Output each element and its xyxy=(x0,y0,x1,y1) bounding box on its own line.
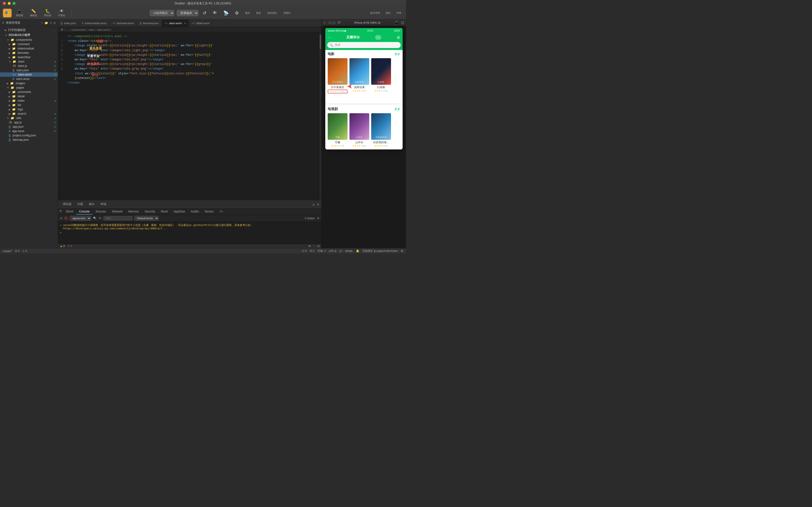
sidebar-item-itemview[interactable]: ▶ 📁 itemview xyxy=(0,51,58,55)
sidebar-item-utils[interactable]: ▼ 📁 utils ● xyxy=(0,116,58,120)
tab-indexmodule-wxss[interactable]: # indexmodule.wxss xyxy=(79,19,109,27)
remote-debug-button[interactable]: 📡 xyxy=(221,10,231,16)
devtools-tab-security[interactable]: Security xyxy=(142,209,158,215)
mode-selector[interactable]: 小程序模式 xyxy=(150,10,174,16)
tab-detail-wxml[interactable]: <> detail.wxml xyxy=(189,19,212,27)
clean-button[interactable]: 清缓存 xyxy=(281,11,292,15)
status-bell-icon[interactable]: 🔔 xyxy=(356,249,359,252)
devtools-tab-more[interactable]: >> xyxy=(217,209,226,215)
devtools-close-icon[interactable]: ✕ xyxy=(317,203,319,207)
more-button[interactable]: 详情 xyxy=(394,11,403,15)
sidebar-hamburger-icon[interactable]: ☰ xyxy=(2,21,4,24)
sidebar-refresh-icon[interactable]: ↺ xyxy=(50,21,52,24)
sidebar-item-app-js[interactable]: JS app.js U xyxy=(0,120,58,125)
sidebar-item-stars-wxml[interactable]: <> stars.wxml U xyxy=(0,72,58,77)
test-button[interactable]: 测试 xyxy=(384,11,393,15)
devtools-search-icon[interactable]: 🔍 xyxy=(93,217,97,220)
sidebar-item-comment[interactable]: ▶ 📁 comment xyxy=(0,42,58,46)
sidebar-item-index[interactable]: ▶ 📁 index ● xyxy=(0,99,58,103)
minimize-button[interactable] xyxy=(8,2,11,5)
sidebar-item-indexmodule[interactable]: ▶ 📁 indexmodule xyxy=(0,46,58,51)
preview-home-icon[interactable]: ⌂ xyxy=(323,20,326,25)
sidebar-item-stars-json[interactable]: {} stars.json U xyxy=(0,68,58,72)
compile-selector[interactable]: 普通编译 xyxy=(176,10,198,16)
devtools-tab-sensor[interactable]: Sensor xyxy=(202,209,217,215)
devtools-collapse-icon[interactable]: ∧ xyxy=(312,203,315,207)
sidebar-item-list[interactable]: ▶ 📁 list xyxy=(0,103,58,107)
devtools-tab-wxml[interactable]: Wxml xyxy=(63,209,76,215)
sidebar-item-sitemap[interactable]: {} sitemap.json xyxy=(0,137,58,142)
sidebar-item-app-json[interactable]: {} app.json U xyxy=(0,125,58,129)
realtest-button[interactable]: 真机调试 xyxy=(265,11,279,15)
devtools-tab-network[interactable]: Network xyxy=(109,209,125,215)
devtools-clear-icon[interactable]: 🚫 xyxy=(64,217,68,220)
breadcrumb-back-icon[interactable]: ← xyxy=(64,28,67,31)
breadcrumb-nav-icon[interactable]: ⊠ xyxy=(61,28,63,31)
devtools-tab-console[interactable]: Console xyxy=(76,209,93,215)
expand-icon[interactable]: ⊡ xyxy=(317,244,319,248)
breadcrumb-forward-icon[interactable]: → xyxy=(68,28,70,31)
sidebar-collapse-icon[interactable]: ⊟ xyxy=(53,21,56,24)
tab-itemview-json[interactable]: {} itemview.json xyxy=(137,19,162,27)
phone-icon[interactable]: 📱 xyxy=(394,20,399,25)
sidebar-item-images[interactable]: ▶ 📁 images xyxy=(0,81,58,86)
nav-icon[interactable]: ⊞ xyxy=(401,249,403,252)
devtools-settings-icon[interactable]: ⚙ xyxy=(317,217,319,220)
tab-itemview-wxml[interactable]: <> itemview.wxml xyxy=(110,19,137,27)
filter-input[interactable] xyxy=(103,216,133,220)
maximize-button[interactable] xyxy=(12,2,15,5)
sidebar-new-file-icon[interactable]: + xyxy=(41,21,43,24)
simulator-button[interactable]: 📱 模拟器 xyxy=(13,8,26,18)
sidebar-item-components[interactable]: ▼ 📁 components xyxy=(0,38,58,42)
movies-more[interactable]: 更多 xyxy=(394,52,400,56)
service-selector[interactable]: appservice xyxy=(70,216,91,221)
sidebar-item-search[interactable]: ▶ 📁 search ● xyxy=(0,112,58,116)
devtools-tab-appdata[interactable]: AppData xyxy=(170,209,188,215)
debugger-button[interactable]: 🐛 调试器 xyxy=(42,8,54,18)
devtools-tab-debugger[interactable]: 调试器 xyxy=(60,201,74,208)
sidebar-item-comments[interactable]: ▶ 📁 comments xyxy=(0,90,58,94)
tab-close-icon[interactable]: ✕ xyxy=(184,22,186,24)
compile-action-button[interactable]: 编译 xyxy=(243,11,252,15)
settings-button[interactable]: ⚙ xyxy=(233,10,241,16)
visual-button[interactable]: 👁 可视化 xyxy=(56,8,68,18)
sidebar-item-open-editors[interactable]: ▶ 打开的编辑器 ··· xyxy=(0,27,58,33)
editor-button[interactable]: ✏️ 编辑器 xyxy=(28,8,40,18)
refresh-button[interactable]: ↺ xyxy=(201,10,208,16)
sidebar-item-searchbar[interactable]: ▶ 📁 searchbar xyxy=(0,55,58,59)
more-icon[interactable]: ⋮ xyxy=(313,244,315,248)
sidebar-item-pages[interactable]: ▼ 📁 pages xyxy=(0,86,58,90)
sidebar-item-project[interactable]: ▼ DOUBAN小程序 xyxy=(0,33,58,38)
sidebar-item-app-wxss[interactable]: # app.wxss U xyxy=(0,129,58,133)
preview-rotate-icon[interactable]: ⟳ xyxy=(338,20,341,25)
more-actions-icon[interactable]: ··· xyxy=(54,29,56,32)
sidebar-item-stars-js[interactable]: JS stars.js U xyxy=(0,64,58,68)
sidebar-new-folder-icon[interactable]: 📁 xyxy=(45,21,48,24)
phone-search-bar[interactable]: 🔍 搜索 xyxy=(327,42,401,48)
devtools-tab-terminal[interactable]: 终端 xyxy=(98,201,109,208)
sidebar-item-stars[interactable]: ▼ 📁 stars ● xyxy=(0,59,58,64)
sidebar-item-logs[interactable]: ▶ 📁 logs xyxy=(0,107,58,112)
tab-index-json[interactable]: {} index.json xyxy=(58,19,79,27)
code-content[interactable]: <!--components/stars/stars.wxml--> <view… xyxy=(65,32,319,200)
phone-header-action[interactable]: ··· xyxy=(375,35,382,40)
close-button[interactable] xyxy=(3,2,6,5)
sidebar-item-project-config[interactable]: {} project.config.json xyxy=(0,133,58,137)
version-mgmt-button[interactable]: 版本管理 xyxy=(368,11,382,15)
devtools-tab-audits[interactable]: Audits xyxy=(188,209,202,215)
devtools-eye-icon[interactable]: 👁 xyxy=(99,217,101,220)
devtools-tab-output[interactable]: 输出 xyxy=(86,201,98,208)
phone-header-back[interactable]: ··· xyxy=(328,35,331,40)
preview-toggle-button[interactable]: 👁 xyxy=(211,10,219,16)
devtools-filter-icon[interactable]: ⊘ xyxy=(60,217,62,220)
settings-icon-2[interactable]: ⚙ xyxy=(308,244,311,248)
sidebar-item-detail[interactable]: ▶ 📁 detail xyxy=(0,94,58,99)
preview-action-button[interactable]: 预览 xyxy=(254,11,263,15)
preview-play-icon[interactable]: ▷ xyxy=(333,20,336,25)
phone-header-expand[interactable]: ⊕ xyxy=(397,35,400,40)
expand-icon-2[interactable]: ⊡ xyxy=(401,20,404,25)
preview-back-icon[interactable]: ◁ xyxy=(328,20,331,25)
devtools-subtab-icon[interactable]: ⊞ xyxy=(58,209,63,215)
level-selector[interactable]: Default levels xyxy=(134,216,159,221)
console-prompt[interactable]: > xyxy=(60,231,319,234)
